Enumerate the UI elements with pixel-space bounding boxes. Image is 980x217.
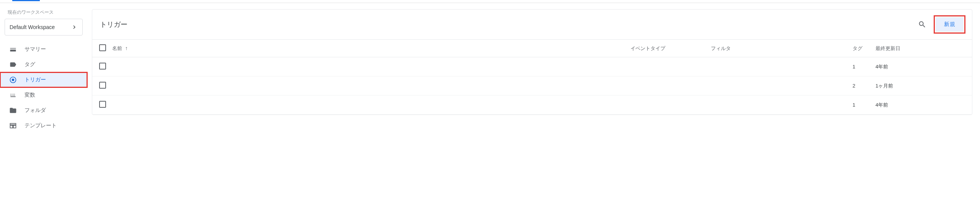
select-all-checkbox[interactable] [99, 44, 106, 51]
nav-label-triggers: トリガー [24, 76, 81, 83]
search-button[interactable] [916, 18, 929, 31]
nav-label-variables: 変数 [24, 92, 81, 99]
cell-updated: 4年前 [872, 96, 972, 115]
tag-icon [9, 61, 17, 68]
sidebar: 現在のワークスペース Default Workspace サマリー タグ トリガ… [0, 3, 87, 133]
nav-label-templates: テンプレート [24, 122, 81, 129]
search-icon [918, 20, 926, 29]
cell-event-type [627, 57, 708, 76]
card-header: トリガー 新規 [92, 10, 972, 39]
new-button[interactable]: 新規 [936, 17, 964, 32]
cell-name [109, 76, 627, 96]
cell-updated: 4年前 [872, 57, 972, 76]
table-body: 1 4年前 2 1ヶ月前 [92, 57, 972, 115]
workspace-selector[interactable]: Default Workspace [5, 19, 83, 36]
main-content: トリガー 新規 名前 [87, 3, 980, 133]
card-actions: 新規 [916, 16, 964, 32]
row-checkbox[interactable] [99, 63, 106, 70]
nav-label-summary: サマリー [24, 46, 81, 53]
nav-item-folders[interactable]: フォルダ [0, 103, 87, 118]
cell-name [109, 57, 627, 76]
folder-icon [9, 107, 17, 114]
row-checkbox-cell [92, 76, 109, 96]
cell-tag: 1 [849, 96, 872, 115]
workspace-name: Default Workspace [10, 24, 55, 30]
triggers-table: 名前 ↑ イベントタイプ フィルタ タグ 最終更新日 [92, 39, 972, 115]
header-event-type[interactable]: イベントタイプ [627, 40, 708, 57]
nav-label-folders: フォルダ [24, 107, 81, 114]
cell-tag: 2 [849, 76, 872, 96]
template-icon [9, 122, 17, 130]
top-bar [0, 0, 980, 3]
header-checkbox-cell [92, 40, 109, 57]
triggers-card: トリガー 新規 名前 [92, 9, 972, 115]
cell-filter [708, 96, 849, 115]
new-button-highlight: 新規 [935, 16, 964, 32]
nav-list: サマリー タグ トリガー 変数 フォルダ テンプレート [0, 42, 87, 133]
header-tag[interactable]: タグ [849, 40, 872, 57]
cell-filter [708, 57, 849, 76]
nav-item-templates[interactable]: テンプレート [0, 118, 87, 133]
cell-filter [708, 76, 849, 96]
cell-event-type [627, 96, 708, 115]
nav-label-tags: タグ [24, 61, 81, 68]
table-row[interactable]: 1 4年前 [92, 96, 972, 115]
active-tab-indicator [12, 0, 40, 1]
header-name[interactable]: 名前 ↑ [109, 40, 627, 57]
row-checkbox[interactable] [99, 101, 106, 108]
nav-item-summary[interactable]: サマリー [0, 42, 87, 57]
cell-name [109, 96, 627, 115]
cell-event-type [627, 76, 708, 96]
row-checkbox-cell [92, 96, 109, 115]
row-checkbox[interactable] [99, 82, 106, 89]
row-checkbox-cell [92, 57, 109, 76]
sort-ascending-icon: ↑ [125, 45, 128, 51]
main-container: 現在のワークスペース Default Workspace サマリー タグ トリガ… [0, 3, 980, 133]
header-name-label: 名前 [112, 45, 122, 51]
cell-tag: 1 [849, 57, 872, 76]
table-row[interactable]: 1 4年前 [92, 57, 972, 76]
table-row[interactable]: 2 1ヶ月前 [92, 76, 972, 96]
variables-icon [9, 91, 17, 99]
card-title: トリガー [100, 20, 127, 29]
workspace-label: 現在のワークスペース [0, 8, 87, 19]
nav-item-triggers[interactable]: トリガー [0, 72, 87, 87]
chevron-right-icon [71, 24, 78, 31]
table-header: 名前 ↑ イベントタイプ フィルタ タグ 最終更新日 [92, 40, 972, 57]
header-updated[interactable]: 最終更新日 [872, 40, 972, 57]
target-icon [9, 76, 17, 84]
cell-updated: 1ヶ月前 [872, 76, 972, 96]
nav-item-variables[interactable]: 変数 [0, 87, 87, 103]
dashboard-icon [9, 45, 17, 53]
header-filter[interactable]: フィルタ [708, 40, 849, 57]
nav-item-tags[interactable]: タグ [0, 57, 87, 72]
